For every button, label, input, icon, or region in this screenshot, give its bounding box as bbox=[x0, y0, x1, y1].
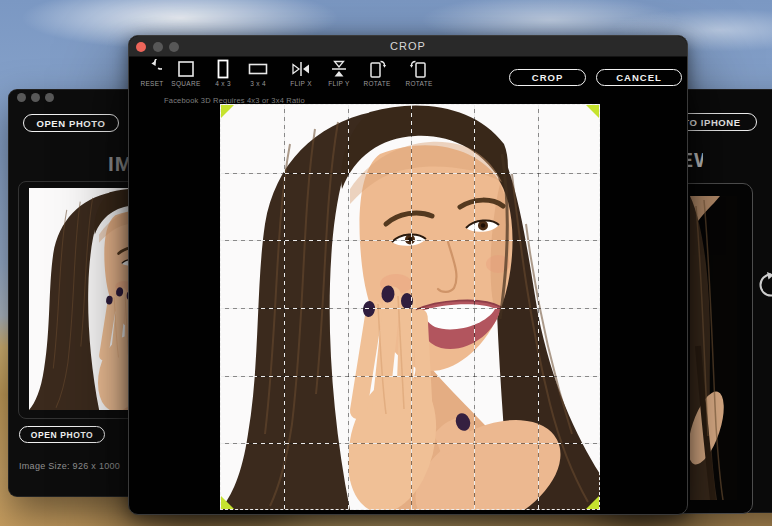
tool-label: RESET bbox=[140, 80, 163, 87]
ratio-3x4-tool[interactable]: 3 x 4 bbox=[236, 59, 280, 91]
crop-corner-handle-bottom-left[interactable] bbox=[221, 496, 234, 509]
crop-button[interactable]: CROP bbox=[509, 69, 586, 86]
grid-line-vertical bbox=[538, 105, 539, 509]
ratio-4x3-icon bbox=[213, 59, 233, 79]
tool-label: ROTATE bbox=[363, 80, 390, 87]
dialog-titlebar[interactable]: CROP bbox=[129, 36, 687, 57]
tool-label: 3 x 4 bbox=[250, 80, 266, 87]
close-icon[interactable] bbox=[17, 93, 26, 102]
grid-line-horizontal bbox=[221, 308, 599, 309]
cancel-button[interactable]: CANCEL bbox=[596, 69, 682, 86]
crop-corner-handle-top-left[interactable] bbox=[221, 105, 234, 118]
tool-label: 4 x 3 bbox=[215, 80, 231, 87]
minimize-icon[interactable] bbox=[31, 93, 40, 102]
grid-line-horizontal bbox=[221, 376, 599, 377]
open-photo-button[interactable]: OPEN PHOTO bbox=[23, 114, 119, 132]
crop-corner-handle-bottom-right[interactable] bbox=[586, 496, 599, 509]
grid-line-vertical bbox=[348, 105, 349, 509]
desktop: OPEN PHOTO IMAGE OPEN PHOTO Image Size: … bbox=[0, 0, 772, 526]
reset-undo-icon bbox=[142, 59, 162, 79]
grid-line-vertical bbox=[284, 105, 285, 509]
rotate-clockwise-icon bbox=[367, 59, 387, 79]
crop-dialog: CROP RESET SQUARE 4 x 3 3 x 4 bbox=[128, 35, 688, 515]
grid-line-horizontal bbox=[221, 240, 599, 241]
flip-vertical-icon bbox=[329, 59, 349, 79]
image-size-label: Image Size: 926 x 1000 bbox=[19, 461, 120, 471]
tool-label: ROTATE bbox=[405, 80, 432, 87]
crop-grid-overlay[interactable] bbox=[220, 104, 600, 510]
rotate-circular-arrow-icon[interactable] bbox=[757, 271, 772, 299]
grid-line-vertical bbox=[474, 105, 475, 509]
rotate-counterclockwise-tool[interactable]: ROTATE bbox=[397, 59, 441, 91]
zoom-icon[interactable] bbox=[45, 93, 54, 102]
rotate-clockwise-tool[interactable]: ROTATE bbox=[355, 59, 399, 91]
grid-line-vertical bbox=[411, 105, 412, 509]
preview-photo-sliver bbox=[690, 196, 737, 500]
grid-line-horizontal bbox=[221, 443, 599, 444]
flip-horizontal-icon bbox=[291, 59, 311, 79]
crop-corner-handle-top-right[interactable] bbox=[586, 105, 599, 118]
ratio-3x4-icon bbox=[248, 59, 268, 79]
rotate-counterclockwise-icon bbox=[409, 59, 429, 79]
tool-label: SQUARE bbox=[171, 80, 200, 87]
tool-label: FLIP Y bbox=[328, 80, 349, 87]
grid-line-horizontal bbox=[221, 173, 599, 174]
tool-label: FLIP X bbox=[290, 80, 312, 87]
square-ratio-icon bbox=[176, 59, 196, 79]
dialog-title: CROP bbox=[129, 40, 687, 52]
open-photo-button-small[interactable]: OPEN PHOTO bbox=[19, 426, 105, 443]
